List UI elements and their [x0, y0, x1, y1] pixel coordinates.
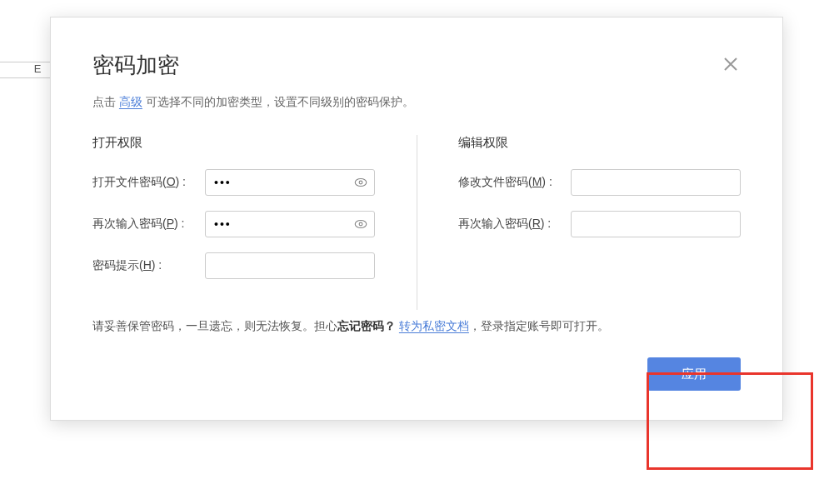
modify-password-label: 修改文件密码(M) : — [458, 175, 571, 190]
svg-point-1 — [359, 181, 362, 184]
open-password-input[interactable] — [205, 169, 375, 196]
open-permission-section: 打开权限 打开文件密码(O) : 再次输入密码(P) : — [92, 135, 417, 294]
modify-password-input[interactable] — [571, 169, 741, 196]
apply-button[interactable]: 应用 — [647, 357, 741, 391]
svg-point-3 — [359, 222, 362, 226]
open-section-title: 打开权限 — [92, 135, 375, 151]
password-hint-label: 密码提示(H) : — [92, 258, 205, 273]
advanced-link[interactable]: 高级 — [119, 95, 142, 108]
hint-text: 点击 高级 可选择不同的加密类型，设置不同级别的密码保护。 — [92, 95, 741, 110]
modify-confirm-input[interactable] — [571, 211, 741, 237]
vertical-divider — [417, 135, 417, 310]
password-hint-input[interactable] — [205, 252, 375, 279]
open-password-label: 打开文件密码(O) : — [92, 175, 205, 190]
password-encrypt-dialog: 密码加密 点击 高级 可选择不同的加密类型，设置不同级别的密码保护。 打开权限 … — [50, 17, 783, 421]
open-confirm-input[interactable] — [205, 211, 375, 237]
warning-text: 请妥善保管密码，一旦遗忘，则无法恢复。担心忘记密码？ 转为私密文档，登录指定账号… — [92, 319, 741, 334]
dialog-title: 密码加密 — [92, 51, 179, 80]
svg-point-0 — [355, 179, 367, 187]
private-doc-link[interactable]: 转为私密文档 — [399, 319, 469, 332]
svg-point-2 — [355, 221, 367, 228]
close-icon[interactable] — [721, 54, 741, 74]
edit-permission-section: 编辑权限 修改文件密码(M) : 再次输入密码(R) : — [417, 135, 741, 294]
edit-section-title: 编辑权限 — [458, 135, 741, 151]
eye-icon[interactable] — [353, 217, 368, 232]
modify-confirm-label: 再次输入密码(R) : — [458, 217, 571, 232]
open-confirm-label: 再次输入密码(P) : — [92, 217, 205, 232]
eye-icon[interactable] — [353, 175, 368, 190]
